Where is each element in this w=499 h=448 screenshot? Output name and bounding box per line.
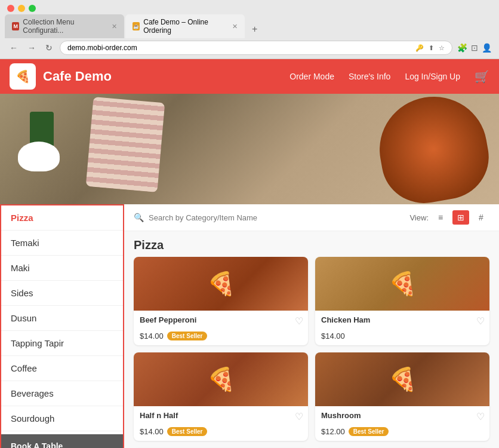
search-input[interactable]	[149, 213, 405, 222]
pizza-emoji-1: 🍕	[207, 271, 235, 297]
hero-banner	[0, 94, 499, 204]
main-layout: Pizza Temaki Maki Sides Dusun Tapping Ta…	[0, 204, 499, 448]
item-price-mushroom: $12.00	[321, 427, 345, 436]
item-name-chicken-ham: Chicken Ham	[321, 315, 483, 324]
columns-icon: ⊡	[471, 43, 478, 53]
hero-background	[0, 94, 499, 204]
search-icon: 🔍	[134, 213, 144, 222]
list-view-button[interactable]: ≡	[432, 210, 449, 225]
heart-button-chicken-ham[interactable]: ♡	[476, 315, 485, 327]
app-header: 🍕 Cafe Demo Order Mode Store's Info Log …	[0, 59, 499, 94]
hero-bowl-decor	[18, 142, 60, 171]
sidebar-item-sourdough[interactable]: Sourdough	[1, 406, 123, 431]
items-grid: 🍕 Beef Pepperoni ♡ $14.00 Best Seller 🍕 …	[124, 257, 499, 448]
heart-button-mushroom[interactable]: ♡	[476, 411, 485, 422]
item-card-half-n-half[interactable]: 🍕 Half n Half ♡ $14.00 Best Seller	[134, 352, 308, 441]
sidebar-item-temaki[interactable]: Temaki	[1, 231, 123, 256]
hero-pizza-decor	[371, 94, 495, 204]
item-info-chicken-ham: Chicken Ham ♡	[315, 311, 489, 329]
key-icon: 🔑	[415, 44, 424, 52]
back-button[interactable]: ←	[7, 42, 20, 54]
stores-info-link[interactable]: Store's Info	[349, 72, 390, 81]
sidebar-item-sides[interactable]: Sides	[1, 281, 123, 306]
tab-cafe[interactable]: ☕ Cafe Demo – Online Ordering ✕	[125, 14, 245, 38]
item-price-half-n-half: $14.00	[140, 427, 164, 436]
star-icon: ☆	[439, 44, 445, 52]
share-icon: ⬆	[429, 44, 434, 52]
item-price-chicken-ham: $14.00	[321, 332, 345, 340]
heart-button-beef-pepperoni[interactable]: ♡	[295, 315, 303, 327]
profile-icon: 👤	[482, 43, 492, 53]
maximize-button[interactable]	[29, 5, 36, 12]
puzzle-icon: 🧩	[457, 43, 467, 53]
browser-tabs: M Collection Menu Configurati... ✕ ☕ Caf…	[0, 14, 499, 38]
item-info-half-n-half: Half n Half ♡	[134, 406, 308, 425]
item-price-row-mushroom: $12.00 Best Seller	[315, 425, 489, 441]
item-name-beef-pepperoni: Beef Pepperoni	[140, 315, 302, 324]
pizza-emoji-3: 🍕	[207, 366, 235, 392]
app-title: Cafe Demo	[43, 69, 289, 84]
cart-icon[interactable]: 🛒	[475, 69, 489, 84]
grid2-view-button[interactable]: ⊞	[452, 210, 469, 225]
view-label: View:	[409, 213, 429, 222]
app-nav: Order Mode Store's Info Log In/Sign Up 🛒	[289, 69, 489, 84]
category-sidebar: Pizza Temaki Maki Sides Dusun Tapping Ta…	[0, 204, 124, 448]
item-name-mushroom: Mushroom	[321, 411, 483, 420]
tab-collection[interactable]: M Collection Menu Configurati... ✕	[5, 14, 124, 38]
best-seller-badge-mushroom: Best Seller	[349, 427, 389, 436]
item-name-half-n-half: Half n Half	[140, 411, 302, 420]
window-controls	[0, 0, 499, 14]
item-price-row-chicken-ham: $14.00	[315, 329, 489, 345]
url-icons: 🔑 ⬆ ☆	[415, 44, 445, 52]
tab-close-cafe[interactable]: ✕	[232, 23, 238, 30]
tab-favicon-m: M	[12, 22, 19, 30]
item-image-beef-pepperoni: 🍕	[134, 257, 308, 311]
category-title: Pizza	[124, 231, 499, 257]
best-seller-badge-half-n-half: Best Seller	[167, 427, 208, 436]
sidebar-item-maki[interactable]: Maki	[1, 256, 123, 281]
browser-chrome: M Collection Menu Configurati... ✕ ☕ Caf…	[0, 0, 499, 59]
view-controls: View: ≡ ⊞ #	[409, 210, 489, 225]
hero-cloth-decor	[86, 97, 165, 192]
item-price-row-beef-pepperoni: $14.00 Best Seller	[134, 329, 308, 345]
best-seller-badge-beef-pepperoni: Best Seller	[167, 332, 208, 340]
item-card-chicken-ham[interactable]: 🍕 Chicken Ham ♡ $14.00	[315, 257, 489, 345]
grid3-view-button[interactable]: #	[473, 210, 489, 225]
url-bar-row: ← → ↻ demo.mobi-order.com 🔑 ⬆ ☆ 🧩 ⊡ 👤	[0, 38, 499, 59]
item-card-mushroom[interactable]: 🍕 Mushroom ♡ $12.00 Best Seller	[315, 352, 489, 441]
content-area: 🔍 View: ≡ ⊞ # Pizza 🍕 Beef Pepperoni ♡	[124, 204, 499, 448]
item-info-mushroom: Mushroom ♡	[315, 406, 489, 425]
logo-icon: 🍕	[16, 69, 30, 84]
item-price-beef-pepperoni: $14.00	[140, 332, 164, 340]
close-button[interactable]	[7, 5, 14, 12]
url-bar[interactable]: demo.mobi-order.com 🔑 ⬆ ☆	[60, 41, 452, 55]
app-logo[interactable]: 🍕	[10, 63, 36, 90]
item-info-beef-pepperoni: Beef Pepperoni ♡	[134, 311, 308, 329]
tab-favicon-cafe: ☕	[133, 22, 140, 30]
extension-icons: 🧩 ⊡ 👤	[457, 43, 492, 53]
heart-button-half-n-half[interactable]: ♡	[295, 411, 303, 422]
tab-close-collection[interactable]: ✕	[112, 23, 117, 30]
item-image-chicken-ham: 🍕	[315, 257, 489, 311]
reload-button[interactable]: ↻	[43, 42, 55, 54]
sidebar-item-tapping-tapir[interactable]: Tapping Tapir	[1, 331, 123, 356]
book-table-button[interactable]: Book A Table	[1, 434, 123, 448]
new-tab-button[interactable]: +	[246, 20, 263, 38]
item-card-beef-pepperoni[interactable]: 🍕 Beef Pepperoni ♡ $14.00 Best Seller	[134, 257, 308, 345]
login-link[interactable]: Log In/Sign Up	[405, 72, 460, 81]
forward-button[interactable]: →	[25, 42, 38, 54]
item-image-mushroom: 🍕	[315, 352, 489, 406]
minimize-button[interactable]	[18, 5, 25, 12]
search-bar-row: 🔍 View: ≡ ⊞ #	[124, 204, 499, 231]
sidebar-item-dusun[interactable]: Dusun	[1, 306, 123, 331]
pizza-emoji-2: 🍕	[389, 271, 417, 297]
tab-label-cafe: Cafe Demo – Online Ordering	[143, 18, 226, 35]
url-text: demo.mobi-order.com	[67, 44, 137, 52]
item-price-row-half-n-half: $14.00 Best Seller	[134, 425, 308, 441]
sidebar-item-coffee[interactable]: Coffee	[1, 356, 123, 381]
sidebar-item-beverages[interactable]: Beverages	[1, 381, 123, 406]
item-image-half-n-half: 🍕	[134, 352, 308, 406]
order-mode-link[interactable]: Order Mode	[289, 72, 334, 81]
sidebar-item-pizza[interactable]: Pizza	[1, 205, 123, 231]
tab-label-collection: Collection Menu Configurati...	[23, 18, 106, 35]
